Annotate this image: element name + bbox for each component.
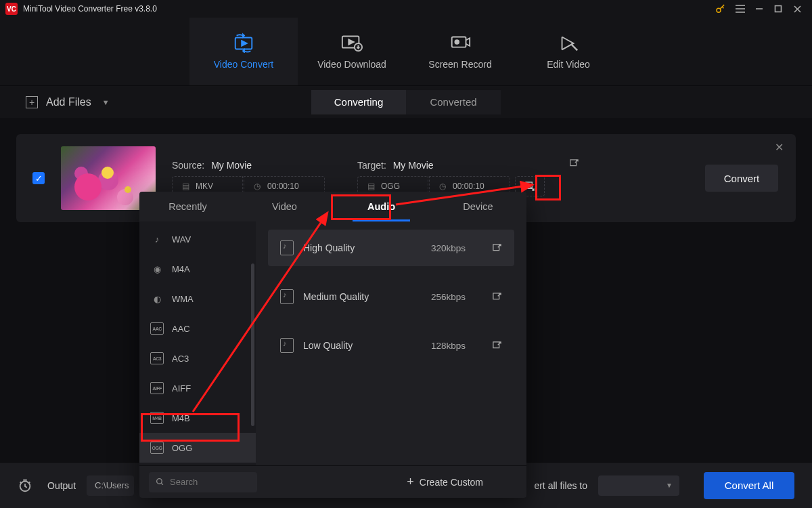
format-item-wav[interactable]: ♪WAV: [139, 224, 256, 254]
nav-label: Edit Video: [547, 59, 590, 70]
screen-record-icon: [449, 33, 472, 52]
audio-format-icon: OGG: [150, 442, 164, 454]
popup-tab-device[interactable]: Device: [430, 192, 526, 221]
audio-file-icon: [280, 240, 294, 255]
edit-video-icon: [557, 33, 580, 52]
convert-all-target-select[interactable]: ▼: [598, 475, 679, 496]
toolbar: + Add Files ▼ Converting Converted: [0, 85, 812, 118]
svg-marker-10: [243, 35, 244, 37]
plus-icon: +: [407, 475, 414, 489]
chevron-down-icon: ▼: [666, 482, 673, 489]
svg-marker-9: [242, 41, 247, 46]
convert-all-button[interactable]: Convert All: [704, 472, 794, 499]
clock-icon: ◷: [252, 182, 262, 191]
key-icon[interactable]: [715, 3, 727, 15]
svg-point-16: [455, 40, 459, 44]
format-search[interactable]: [149, 472, 257, 492]
svg-point-22: [157, 479, 162, 484]
audio-format-icon: AAC: [150, 322, 164, 335]
output-label: Output: [47, 480, 76, 491]
audio-format-icon: AC3: [150, 352, 164, 364]
format-list: ♪WAV ◉M4A ◐WMA AACAAC AC3AC3 AIFFAIFF M4…: [139, 221, 256, 465]
nav-edit-video[interactable]: Edit Video: [514, 18, 623, 85]
source-label: Source: My Movie: [172, 160, 341, 171]
tab-converted[interactable]: Converted: [406, 90, 501, 114]
minimize-button[interactable]: [750, 0, 769, 18]
clock-icon: ◷: [438, 182, 447, 191]
plus-icon: +: [26, 96, 38, 108]
video-download-icon: [340, 33, 363, 52]
convert-all-target-label: ert all files to: [534, 480, 587, 491]
maximize-button[interactable]: [769, 0, 788, 18]
hamburger-icon[interactable]: [731, 0, 750, 18]
nav-label: Screen Record: [428, 59, 491, 70]
quality-item-low[interactable]: Low Quality 128kbps: [268, 327, 514, 364]
format-item-m4a[interactable]: ◉M4A: [139, 254, 256, 284]
convert-button[interactable]: Convert: [705, 165, 778, 192]
audio-format-icon: M4B: [150, 412, 164, 424]
title-bar: VC MiniTool Video Converter Free v3.8.0: [0, 0, 812, 18]
audio-file-icon: [280, 289, 294, 304]
search-input[interactable]: [170, 477, 250, 487]
rename-target-icon[interactable]: [569, 158, 579, 169]
popup-tab-audio[interactable]: Audio: [333, 192, 430, 221]
add-files-button[interactable]: + Add Files ▼: [19, 92, 116, 112]
chevron-down-icon: ▼: [102, 98, 110, 106]
timer-icon[interactable]: [18, 478, 32, 493]
add-files-label: Add Files: [46, 96, 91, 108]
format-item-m4b[interactable]: M4BM4B: [139, 403, 256, 433]
nav-video-convert[interactable]: Video Convert: [189, 18, 298, 85]
file-icon: ▤: [366, 182, 376, 191]
source-name: My Movie: [211, 160, 252, 171]
svg-line-23: [161, 483, 163, 485]
app-logo: VC: [5, 3, 18, 15]
scrollbar[interactable]: [251, 249, 254, 461]
row-checkbox[interactable]: ✓: [32, 172, 45, 184]
format-item-wma[interactable]: ◐WMA: [139, 284, 256, 314]
tab-converting[interactable]: Converting: [311, 90, 406, 114]
close-button[interactable]: [788, 0, 807, 18]
quality-list: High Quality 320kbps Medium Quality 256k…: [256, 221, 526, 465]
nav-label: Video Download: [317, 59, 386, 70]
format-item-aac[interactable]: AACAAC: [139, 314, 256, 343]
quality-item-high[interactable]: High Quality 320kbps: [268, 230, 514, 266]
app-title: MiniTool Video Converter Free v3.8.0: [23, 4, 157, 14]
create-custom-button[interactable]: + Create Custom: [407, 475, 517, 489]
remove-row-button[interactable]: ✕: [775, 141, 784, 154]
video-convert-icon: [232, 33, 255, 52]
target-label: Target: My Movie: [357, 160, 581, 171]
audio-format-icon: ◉: [150, 263, 164, 275]
format-item-ogg[interactable]: OGGOGG: [139, 433, 256, 463]
edit-preset-icon[interactable]: [492, 292, 502, 302]
nav-label: Video Convert: [214, 59, 273, 70]
main-nav: Video Convert Video Download Screen Reco…: [0, 18, 812, 85]
audio-format-icon: AIFF: [150, 382, 164, 394]
svg-rect-5: [775, 6, 782, 12]
format-item-aiff[interactable]: AIFFAIFF: [139, 373, 256, 403]
nav-screen-record[interactable]: Screen Record: [406, 18, 514, 85]
quality-item-medium[interactable]: Medium Quality 256kbps: [268, 278, 514, 315]
format-popup: Recently Video Audio Device ♪WAV ◉M4A ◐W…: [139, 192, 526, 498]
svg-marker-11: [243, 49, 244, 52]
popup-tab-recently[interactable]: Recently: [139, 192, 236, 221]
audio-format-icon: ♪: [150, 233, 164, 245]
edit-preset-icon[interactable]: [492, 341, 502, 351]
popup-tab-video[interactable]: Video: [236, 192, 333, 221]
file-icon: ▤: [181, 182, 190, 191]
nav-video-download[interactable]: Video Download: [298, 18, 406, 85]
output-path-field[interactable]: C:\Users: [87, 475, 134, 496]
search-icon: [156, 478, 164, 486]
audio-format-icon: ◐: [150, 293, 164, 305]
svg-marker-13: [348, 39, 354, 45]
audio-file-icon: [280, 338, 294, 353]
format-item-ac3[interactable]: AC3AC3: [139, 343, 256, 373]
edit-preset-icon[interactable]: [492, 243, 502, 253]
target-name: My Movie: [393, 160, 434, 171]
